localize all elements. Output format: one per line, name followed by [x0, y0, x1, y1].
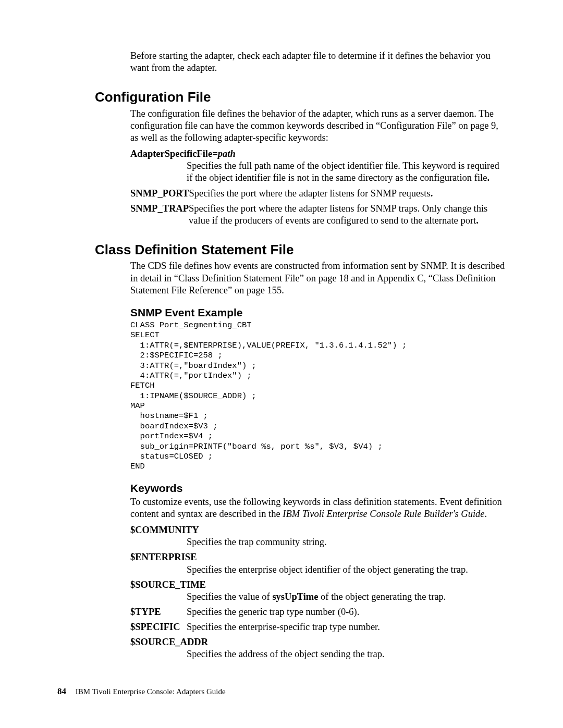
term-adapter-specific-file: AdapterSpecificFile=path — [130, 148, 506, 160]
term-specific: $SPECIFIC — [130, 621, 187, 633]
row-specific: $SPECIFIC Specifies the enterprise-speci… — [130, 621, 506, 633]
term-adapter-prefix: AdapterSpecificFile= — [130, 149, 218, 159]
def-community: Specifies the trap community string. — [187, 536, 506, 548]
def-adapter-specific-file: Specifies the full path name of the obje… — [187, 160, 506, 184]
keywords-intro-em: IBM Tivoli Enterprise Console Rule Build… — [283, 509, 484, 519]
config-paragraph: The configuration file defines the behav… — [130, 108, 506, 144]
def-specific: Specifies the enterprise-specific trap t… — [187, 621, 506, 633]
trailing-period: . — [476, 215, 479, 226]
row-snmp-trap: SNMP_TRAP Specifies the port where the a… — [130, 203, 506, 227]
term-snmp-trap: SNMP_TRAP — [130, 203, 189, 215]
trailing-period: . — [431, 188, 433, 199]
page-footer: 84 IBM Tivoli Enterprise Console: Adapte… — [57, 686, 226, 697]
keywords-intro: To customize events, use the following k… — [130, 496, 506, 520]
row-snmp-port: SNMP_PORT Specifies the port where the a… — [130, 188, 506, 200]
heading-configuration-file: Configuration File — [95, 89, 506, 106]
keywords-definition-list: $COMMUNITY Specifies the trap community … — [130, 524, 506, 660]
term-source-addr: $SOURCE_ADDR — [130, 636, 506, 648]
def-snmp-port: Specifies the port where the adapter lis… — [189, 188, 506, 200]
def-type: Specifies the generic trap type number (… — [187, 606, 506, 618]
term-snmp-port: SNMP_PORT — [130, 188, 189, 200]
term-community: $COMMUNITY — [130, 524, 506, 536]
def-source-time-a: Specifies the value of — [187, 591, 272, 602]
intro-paragraph: Before starting the adapter, check each … — [130, 50, 506, 74]
row-type: $TYPE Specifies the generic trap type nu… — [130, 606, 506, 618]
term-adapter-var: path — [218, 149, 236, 159]
heading-snmp-event-example: SNMP Event Example — [130, 306, 506, 319]
book-title: IBM Tivoli Enterprise Console: Adapters … — [76, 687, 226, 696]
def-source-time: Specifies the value of sysUpTime of the … — [187, 591, 506, 603]
def-enterprise: Specifies the enterprise object identifi… — [187, 564, 506, 576]
keywords-intro-b: . — [485, 509, 487, 519]
heading-keywords: Keywords — [130, 482, 506, 495]
def-source-time-b: sysUpTime — [272, 591, 318, 602]
def-snmp-trap-text: Specifies the port where the adapter lis… — [189, 203, 487, 226]
def-source-addr: Specifies the address of the object send… — [187, 648, 506, 660]
config-definition-list: AdapterSpecificFile=path Specifies the f… — [130, 148, 506, 227]
def-snmp-trap: Specifies the port where the adapter lis… — [189, 203, 506, 227]
trailing-period: . — [487, 172, 489, 183]
term-enterprise: $ENTERPRISE — [130, 551, 506, 563]
term-type: $TYPE — [130, 606, 187, 618]
code-block-snmp-example: CLASS Port_Segmenting_CBT SELECT 1:ATTR(… — [130, 320, 506, 472]
cds-paragraph: The CDS file defines how events are cons… — [130, 260, 506, 296]
page: Before starting the adapter, check each … — [0, 0, 563, 728]
def-source-time-c: of the object generating the trap. — [318, 591, 446, 602]
def-adapter-text: Specifies the full path name of the obje… — [187, 161, 499, 183]
term-source-time: $SOURCE_TIME — [130, 579, 506, 591]
page-number: 84 — [57, 686, 66, 696]
heading-class-definition-statement-file: Class Definition Statement File — [95, 241, 506, 258]
def-snmp-port-text: Specifies the port where the adapter lis… — [189, 188, 430, 199]
